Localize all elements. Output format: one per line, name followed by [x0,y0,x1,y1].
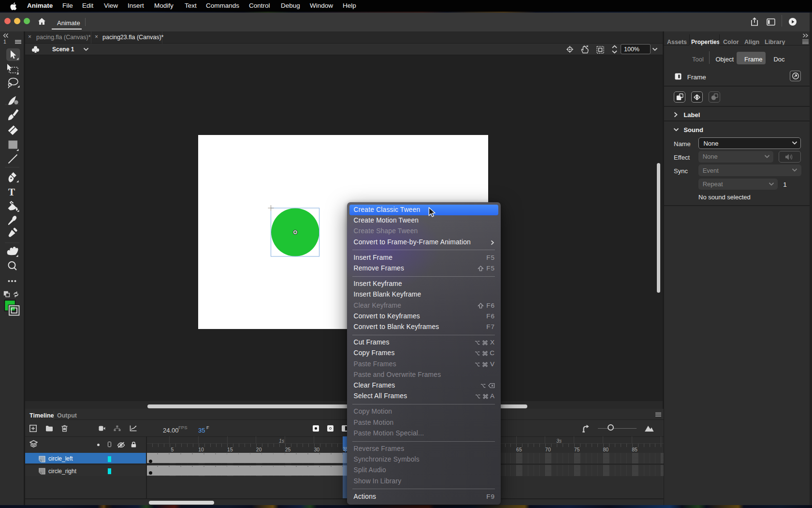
svg-text:1: 1 [3,39,6,45]
svg-text:T: T [8,186,15,198]
